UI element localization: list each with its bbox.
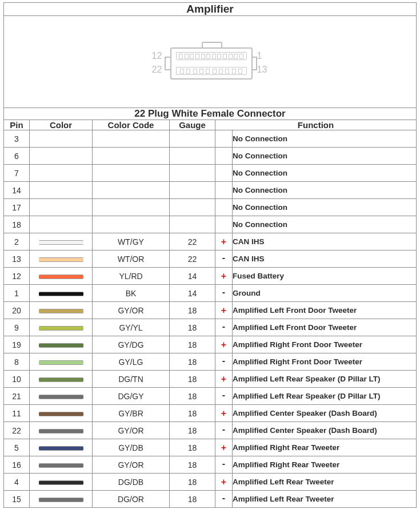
color-code: DG/OR [93,491,170,508]
function-text: Amplified Left Front Door Tweeter [233,319,417,336]
col-color-code: Color Code [93,120,170,130]
pinout-table: Amplifier 12 22 1 13 [3,2,417,508]
wire-swatch-cell [30,319,93,336]
wire-swatch [39,360,83,365]
color-code: GY/BR [93,405,170,422]
polarity: - [215,422,233,439]
gauge-value: 18 [170,336,215,353]
pin-number: 9 [4,319,30,336]
wire-swatch-cell [30,371,93,388]
polarity: + [215,474,233,491]
color-code [93,199,170,216]
table-row: 21DG/GY18-Amplified Left Rear Speaker (D… [4,388,417,405]
table-row: 17No Connection [4,199,417,216]
wire-swatch-cell [30,182,93,199]
pin-number: 1 [4,285,30,302]
polarity: - [215,353,233,371]
wire-swatch-cell [30,250,93,268]
table-row: 12YL/RD14+Fused Battery [4,268,417,285]
table-row: 11GY/BR18+Amplified Center Speaker (Dash… [4,405,417,422]
function-text: Amplified Right Rear Tweeter [233,439,417,456]
wire-swatch [39,326,83,331]
function-text: No Connection [233,130,417,148]
polarity: - [215,319,233,336]
gauge-value [170,130,215,148]
pin-number: 20 [4,302,30,319]
color-code: WT/GY [93,233,170,250]
color-code [93,148,170,165]
color-code: BK [93,285,170,302]
wire-swatch-cell [30,199,93,216]
polarity [215,130,233,148]
gauge-value [170,148,215,165]
wire-swatch [39,377,83,382]
function-text: Fused Battery [233,268,417,285]
polarity: + [215,302,233,319]
wire-swatch-cell [30,268,93,285]
pin-number: 21 [4,388,30,405]
color-code [93,182,170,199]
function-text: Amplified Left Rear Speaker (D Pillar LT… [233,388,417,405]
polarity: - [215,250,233,268]
wire-swatch-cell [30,336,93,353]
table-row: 16GY/OR18-Amplified Right Rear Tweeter [4,456,417,474]
pin-number: 13 [4,250,30,268]
wire-swatch-cell [30,474,93,491]
polarity: + [215,439,233,456]
function-text: Amplified Left Rear Tweeter [233,474,417,491]
pin-number: 8 [4,353,30,371]
pin-number: 11 [4,405,30,422]
pin-number: 2 [4,233,30,250]
wire-swatch-cell [30,388,93,405]
wire-swatch [39,257,83,262]
function-text: No Connection [233,199,417,216]
wire-swatch-cell [30,216,93,233]
wire-swatch [39,240,83,245]
gauge-value: 14 [170,268,215,285]
table-row: 5GY/DB18+Amplified Right Rear Tweeter [4,439,417,456]
function-text: No Connection [233,216,417,233]
table-row: 7No Connection [4,165,417,182]
polarity: + [215,233,233,250]
wire-swatch-cell [30,165,93,182]
color-code: DG/GY [93,388,170,405]
polarity: - [215,491,233,508]
table-row: 2WT/GY22+CAN IHS [4,233,417,250]
table-row: 6No Connection [4,148,417,165]
function-text: Amplified Right Front Door Tweeter [233,336,417,353]
color-code: GY/DB [93,439,170,456]
gauge-value: 18 [170,491,215,508]
table-header-row: Pin Color Color Code Gauge Function [4,120,417,130]
function-text: No Connection [233,148,417,165]
pin-number: 16 [4,456,30,474]
wire-swatch [39,309,83,313]
wire-swatch-cell [30,148,93,165]
function-text: Amplified Right Front Door Tweeter [233,353,417,371]
pin-number: 3 [4,130,30,148]
gauge-value: 18 [170,388,215,405]
table-row: 8GY/LG18-Amplified Right Front Door Twee… [4,353,417,371]
color-code: GY/OR [93,456,170,474]
function-text: Amplified Left Rear Speaker (D Pillar LT… [233,371,417,388]
col-pin: Pin [4,120,30,130]
pin-number: 17 [4,199,30,216]
function-text: CAN IHS [233,250,417,268]
wire-swatch-cell [30,491,93,508]
gauge-value: 18 [170,405,215,422]
col-function: Function [215,120,417,130]
connector-label-bottom-right: 13 [257,65,267,75]
gauge-value: 18 [170,371,215,388]
table-row: 13WT/OR22-CAN IHS [4,250,417,268]
polarity: - [215,285,233,302]
function-text: CAN IHS [233,233,417,250]
gauge-value [170,165,215,182]
pin-number: 14 [4,182,30,199]
wire-swatch [39,292,83,296]
function-text: Amplified Left Rear Tweeter [233,491,417,508]
pin-number: 18 [4,216,30,233]
polarity: - [215,388,233,405]
connector-label-bottom-left: 22 [152,65,162,75]
wire-swatch [39,395,83,399]
gauge-value [170,182,215,199]
polarity: - [215,456,233,474]
